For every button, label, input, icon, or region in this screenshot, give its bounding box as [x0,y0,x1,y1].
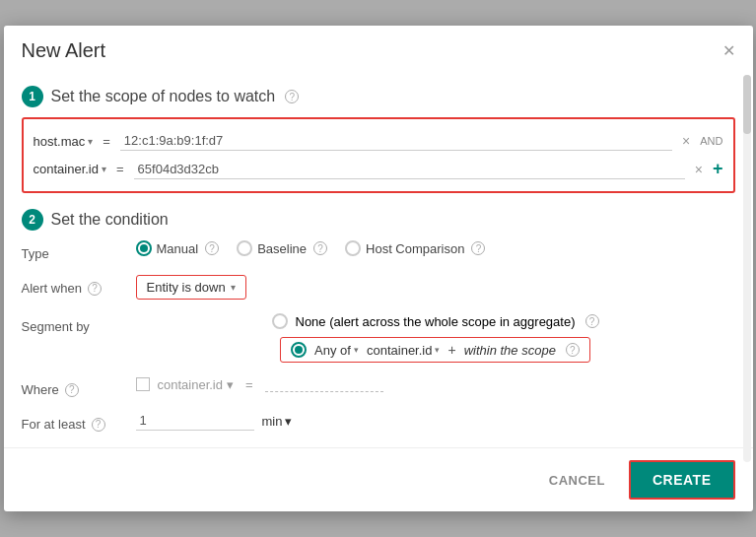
scope-row-1: host.mac ▾ = × AND [34,127,723,155]
cancel-button[interactable]: CANCEL [533,463,621,498]
baseline-radio-circle[interactable] [237,240,252,256]
section-2: 2 Set the condition Type Manual ? [22,209,735,432]
add-scope-row-icon[interactable]: + [713,159,723,179]
container-id-field-select[interactable]: container.id ▾ [34,162,107,176]
baseline-label: Baseline [257,241,307,256]
where-operator: = [241,377,257,392]
segment-none-help-icon[interactable]: ? [585,314,599,328]
section-2-number: 2 [22,209,43,231]
type-label: Type [22,240,120,261]
segment-anyof-radio[interactable] [291,342,307,358]
manual-radio-circle[interactable] [136,240,152,256]
baseline-help-icon[interactable]: ? [313,241,327,255]
and-label-1: AND [700,135,722,147]
alert-when-dropdown[interactable]: Entity is down ▾ [136,275,246,300]
segment-none-label: None (alert across the whole scope in ag… [296,314,576,329]
segment-field-arrow-icon: ▾ [435,345,440,355]
scrollbar-thumb[interactable] [743,75,751,134]
scrollbar-track[interactable] [743,75,751,462]
section-1: 1 Set the scope of nodes to watch ? host… [22,86,735,193]
segment-within-text: within the scope [464,343,556,358]
segment-none-option[interactable]: None (alert across the whole scope in ag… [272,313,599,329]
eq-sign-2: = [112,162,128,176]
where-row: Where ? container.id ▾ = [22,376,735,397]
segment-field-select[interactable]: container.id ▾ [367,343,441,358]
type-host-comparison-option[interactable]: Host Comparison ? [345,240,485,256]
segment-anyof-label: Any of [314,343,351,358]
segment-none-radio[interactable] [272,313,288,329]
alert-when-value: Entity is down [147,280,226,295]
alert-when-row: Alert when ? Entity is down ▾ [22,275,735,300]
modal-title: New Alert [22,39,106,62]
container-id-value-input[interactable] [134,160,685,179]
host-mac-value-input[interactable] [120,131,672,151]
modal-header: New Alert ✕ [4,26,753,72]
host-mac-arrow-icon: ▾ [88,136,93,147]
segment-anyof-arrow-icon: ▾ [354,345,359,355]
alert-when-label: Alert when ? [22,275,120,296]
where-value-input[interactable] [265,376,383,392]
manual-help-icon[interactable]: ? [205,241,219,255]
segment-anyof-box: Any of ▾ container.id ▾ + within the sco… [280,337,590,363]
for-at-least-row: For at least ? min ▾ [22,411,735,432]
for-at-least-content: min ▾ [136,411,735,431]
remove-row-2-icon[interactable]: × [695,162,703,177]
alert-when-help-icon[interactable]: ? [88,282,102,296]
segment-plus-icon: + [447,342,455,358]
remove-row-1-icon[interactable]: × [682,133,690,149]
for-value-input[interactable] [136,411,254,431]
type-manual-option[interactable]: Manual ? [136,240,220,256]
scope-help-icon[interactable]: ? [285,90,299,103]
for-unit-select[interactable]: min ▾ [262,414,293,429]
where-content: container.id ▾ = [136,376,735,392]
modal-body: 1 Set the scope of nodes to watch ? host… [4,72,753,447]
host-mac-label: host.mac [34,134,86,149]
for-at-least-help-icon[interactable]: ? [92,418,105,432]
where-field-select[interactable]: container.id ▾ [158,377,235,392]
section-1-number: 1 [22,86,43,107]
host-comparison-help-icon[interactable]: ? [471,241,485,255]
manual-label: Manual [157,241,199,256]
eq-sign-1: = [99,134,114,149]
type-row: Type Manual ? Baseline ? [22,240,735,261]
new-alert-modal: New Alert ✕ 1 Set the scope of nodes to … [4,26,753,511]
where-field-label: container.id [158,377,224,392]
segment-field-label: container.id [367,343,433,358]
type-baseline-option[interactable]: Baseline ? [237,240,327,256]
create-button[interactable]: CREATE [629,460,735,500]
where-checkbox[interactable] [136,377,150,391]
where-help-icon[interactable]: ? [65,383,79,397]
segment-anyof-select[interactable]: Any of ▾ [314,343,359,358]
modal-overlay: New Alert ✕ 1 Set the scope of nodes to … [0,0,756,537]
scope-row-2: container.id ▾ = × + [34,155,723,183]
for-unit-label: min [262,414,283,429]
where-label: Where ? [22,376,120,397]
segment-by-content: None (alert across the whole scope in ag… [136,313,735,363]
section-2-header: 2 Set the condition [22,209,735,231]
for-at-least-label: For at least ? [22,411,120,432]
host-comparison-radio-circle[interactable] [345,240,361,256]
host-mac-field-select[interactable]: host.mac ▾ [34,134,94,149]
container-id-arrow-icon: ▾ [102,164,106,174]
scope-box: host.mac ▾ = × AND container.id ▾ [22,117,735,193]
segment-by-label: Segment by [22,313,120,334]
section-2-title: Set the condition [51,211,169,229]
segment-within-help-icon[interactable]: ? [566,343,580,357]
section-1-header: 1 Set the scope of nodes to watch ? [22,86,735,107]
host-comparison-label: Host Comparison [366,241,464,256]
modal-footer: CANCEL CREATE [4,447,753,511]
close-button[interactable]: ✕ [722,41,735,60]
section-1-title: Set the scope of nodes to watch [51,88,276,105]
alert-when-content: Entity is down ▾ [136,275,735,300]
for-unit-arrow-icon: ▾ [285,414,292,429]
segment-by-row: Segment by None (alert across the whole … [22,313,735,363]
type-options: Manual ? Baseline ? Host Comparison ? [136,240,735,256]
alert-when-arrow-icon: ▾ [231,282,236,293]
where-field-arrow-icon: ▾ [227,377,234,392]
container-id-label: container.id [34,162,100,176]
